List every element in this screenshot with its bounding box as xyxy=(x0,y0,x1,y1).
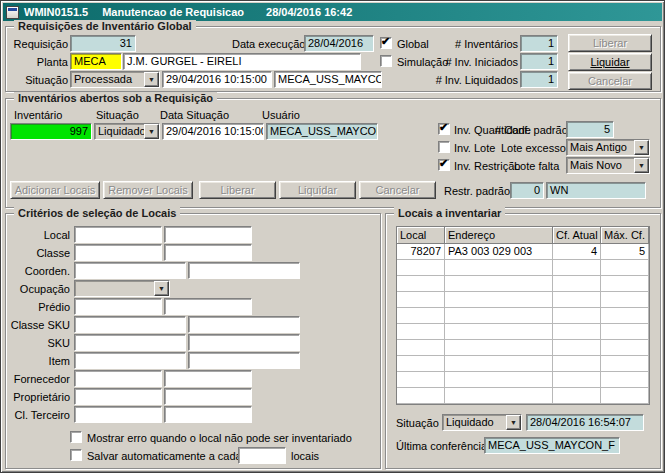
data-execucao-field[interactable]: 28/04/2016 xyxy=(304,35,374,52)
num-inv-liquidados-field[interactable]: 1 xyxy=(520,71,558,88)
criterio-predio-from-field[interactable] xyxy=(74,298,162,315)
cf-atual-cell[interactable]: 4 xyxy=(553,244,601,260)
criterio-proprietario-to-field[interactable] xyxy=(164,388,252,405)
criterio-sku-label: SKU xyxy=(8,337,70,350)
col-inventario: Inventário xyxy=(14,109,62,122)
planta-code-field[interactable]: MECA xyxy=(70,53,122,70)
inventario-data-situacao-field[interactable]: 29/04/2016 10:15:00 xyxy=(162,123,264,140)
inventario-liberar-button[interactable]: Liberar xyxy=(199,181,276,199)
local-cell[interactable]: 78207 xyxy=(397,244,445,260)
criterio-cl-terceiro-to-field[interactable] xyxy=(164,406,252,423)
lote-falta-label: Lote falta xyxy=(514,160,559,173)
num-inventarios-field[interactable]: 1 xyxy=(520,35,558,52)
situacao-label: Situação xyxy=(8,74,68,87)
inventario-situacao-combo[interactable]: Liquidado▼ xyxy=(94,123,160,140)
criterio-classe-sku-to-field[interactable] xyxy=(188,316,300,333)
simulacao-checkbox[interactable] xyxy=(380,55,392,67)
criterio-local-to-field[interactable] xyxy=(164,226,252,243)
table-row-empty xyxy=(397,372,649,388)
criterio-coorden-label: Coorden. xyxy=(8,265,70,278)
criterio-ocupacao-combo[interactable]: ▼ xyxy=(74,280,170,297)
num-inventarios-label: # Inventários xyxy=(444,38,518,51)
num-inv-iniciados-field[interactable]: 1 xyxy=(520,53,558,70)
table-row[interactable]: 78207 PA3 003 029 003 4 5 xyxy=(397,244,649,260)
criterio-item-from-field[interactable] xyxy=(74,352,186,369)
criterio-proprietario-from-field[interactable] xyxy=(74,388,162,405)
col-usuario: Usuário xyxy=(262,109,300,122)
inventario-usuario-field[interactable]: MECA_USS_MAYCON xyxy=(266,123,378,140)
criterio-cl-terceiro-from-field[interactable] xyxy=(74,406,162,423)
locais-situacao-label: Situação xyxy=(396,417,439,430)
salvar-auto-count-field[interactable] xyxy=(238,447,286,464)
locais-situacao-datetime-field[interactable]: 28/04/2016 16:54:07 xyxy=(526,414,644,431)
remover-locais-button[interactable]: Remover Locais xyxy=(103,181,193,199)
chevron-down-icon[interactable]: ▼ xyxy=(634,158,649,173)
inv-restricao-checkbox[interactable]: ✔ xyxy=(438,159,450,171)
table-row-empty xyxy=(397,324,649,340)
num-inv-liquidados-label: # Inv. Liquidados xyxy=(430,74,518,87)
criterio-classe-sku-label: Classe SKU xyxy=(8,319,70,332)
criterio-item-to-field[interactable] xyxy=(188,352,300,369)
restr-padrao-field[interactable]: 0 xyxy=(510,182,544,199)
salvar-auto-checkbox[interactable] xyxy=(70,449,82,461)
chevron-down-icon[interactable]: ▼ xyxy=(144,72,159,87)
situacao-usuario-field[interactable]: MECA_USS_MAYCON xyxy=(274,71,382,88)
salvar-auto-suffix-label: locais xyxy=(291,450,319,463)
criterio-proprietario-label: Proprietário xyxy=(8,391,70,404)
mostrar-erro-label: Mostrar erro quando o local não pode ser… xyxy=(87,432,352,445)
global-checkbox[interactable]: ✔ xyxy=(380,37,392,49)
chevron-down-icon[interactable]: ▼ xyxy=(506,415,521,430)
adicionar-locais-button[interactable]: Adicionar Locais xyxy=(10,181,100,199)
endereco-cell[interactable]: PA3 003 029 003 xyxy=(445,244,553,260)
liquidar-button[interactable]: Liquidar xyxy=(568,53,652,71)
situacao-combo[interactable]: Processada▼ xyxy=(70,71,160,88)
conf-padrao-field[interactable]: 5 xyxy=(566,121,614,138)
criterio-coorden-from-field[interactable] xyxy=(74,262,186,279)
locais-col-local: Local xyxy=(397,227,445,244)
group-requisicao-title: Requisições de Inventário Global xyxy=(14,20,196,33)
lote-excesso-label: Lote excesso xyxy=(501,142,566,155)
chevron-down-icon[interactable]: ▼ xyxy=(144,124,159,139)
group-locais-title: Locais a inventariar xyxy=(394,207,505,220)
criterio-ocupacao-label: Ocupação xyxy=(8,283,70,296)
chevron-down-icon[interactable]: ▼ xyxy=(634,140,649,155)
liberar-button[interactable]: Liberar xyxy=(568,34,652,52)
criterio-predio-to-field[interactable] xyxy=(164,298,252,315)
locais-situacao-value: Liquidado xyxy=(446,416,494,428)
chevron-down-icon[interactable]: ▼ xyxy=(154,281,169,296)
criterio-classe-sku-from-field[interactable] xyxy=(74,316,186,333)
ultima-conferencia-field[interactable]: MECA_USS_MAYCON_F xyxy=(484,437,620,454)
group-inventarios-abertos: Inventários abertos sob a Requisição Inv… xyxy=(5,98,661,208)
cancelar-button[interactable]: Cancelar xyxy=(568,72,652,90)
max-cf-cell[interactable]: 5 xyxy=(601,244,649,260)
locais-table: Local Endereço Cf. Atual Máx. Cf. 78207 … xyxy=(396,226,650,405)
criterio-classe-from-field[interactable] xyxy=(74,244,162,261)
planta-label: Planta xyxy=(8,56,68,69)
inv-lote-checkbox[interactable] xyxy=(438,141,450,153)
criterio-coorden-to-field[interactable] xyxy=(188,262,300,279)
check-icon: ✔ xyxy=(439,157,448,169)
inventario-field[interactable]: 997 xyxy=(10,123,92,140)
situacao-datetime-field[interactable]: 29/04/2016 10:15:00 xyxy=(162,71,272,88)
criterio-classe-to-field[interactable] xyxy=(164,244,252,261)
titlebar[interactable]: WMIN0151.5 Manutencao de Requisicao 28/0… xyxy=(3,3,662,21)
table-row-empty xyxy=(397,292,649,308)
planta-name-field[interactable]: J.M. GURGEL - EIRELI xyxy=(123,53,361,70)
inventario-liquidar-button[interactable]: Liquidar xyxy=(279,181,356,199)
inv-quantidade-checkbox[interactable]: ✔ xyxy=(438,123,450,135)
inventario-cancelar-button[interactable]: Cancelar xyxy=(359,181,436,199)
mostrar-erro-checkbox[interactable] xyxy=(70,431,82,443)
criterio-sku-from-field[interactable] xyxy=(74,334,186,351)
inv-lote-label: Inv. Lote xyxy=(454,142,495,155)
criterio-sku-to-field[interactable] xyxy=(188,334,300,351)
locais-situacao-combo[interactable]: Liquidado▼ xyxy=(442,414,522,431)
restr-padrao-code-field[interactable]: WN xyxy=(546,182,646,199)
lote-falta-combo[interactable]: Mais Novo▼ xyxy=(566,157,650,174)
criterio-fornecedor-from-field[interactable] xyxy=(74,370,162,387)
num-inv-iniciados-label: # Inv. Iniciados xyxy=(436,56,518,69)
requisicao-field[interactable]: 31 xyxy=(70,35,136,52)
lote-excesso-combo[interactable]: Mais Antigo▼ xyxy=(566,139,650,156)
criterio-local-from-field[interactable] xyxy=(74,226,162,243)
criterio-fornecedor-to-field[interactable] xyxy=(164,370,252,387)
group-locais: Locais a inventariar Local Endereço Cf. … xyxy=(385,213,661,469)
